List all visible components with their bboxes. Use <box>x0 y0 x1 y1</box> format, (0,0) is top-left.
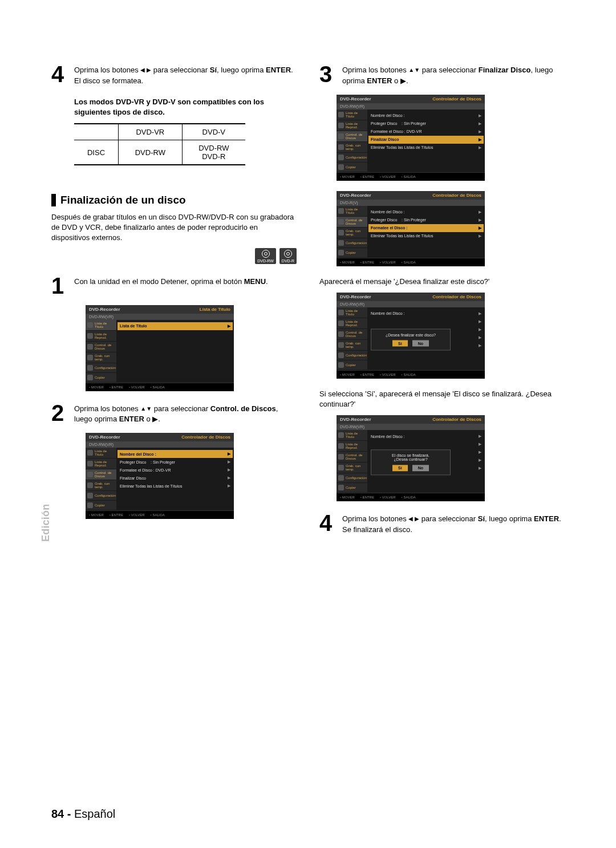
osd-titlebar: DVD-Recorder Controlador de Discos <box>337 95 485 103</box>
t: ENTER <box>119 415 144 423</box>
thumb-icon <box>338 230 344 236</box>
osd-row: Proteger Disco : Sin Proteger▶ <box>120 458 230 466</box>
t: Copiar <box>95 376 105 379</box>
t: Controlador de Discos <box>432 294 481 299</box>
osd-body: Lista de Título Lista de Reprod. Control… <box>337 109 485 172</box>
t: Lista de Título <box>200 307 230 312</box>
side-item: Configuración <box>337 351 367 360</box>
t: MOVER <box>340 373 355 376</box>
t: Grab. con temp. <box>95 354 115 361</box>
t: Lista de Reprod. <box>95 332 115 339</box>
dialog-text: ¿Desea continuar? <box>377 458 444 462</box>
t: SALIDA <box>402 373 416 376</box>
t: Proteger Disco : Sin Proteger <box>120 460 175 464</box>
osd-row: Formatee el Disco :▶ <box>368 224 484 232</box>
side-item: Copiar <box>86 501 116 510</box>
t: Controlador de Discos <box>181 435 230 440</box>
t: Oprima los botones <box>74 66 140 74</box>
t: Se finalizará el disco. <box>342 525 412 534</box>
t: ENTER <box>534 514 559 523</box>
t: Lista de Título <box>346 432 366 439</box>
t: VOLVER <box>129 386 145 389</box>
t: Control. de Discos <box>95 471 115 478</box>
t: Grab. con temp. <box>346 229 366 236</box>
osd-sidebar: Lista de Título Lista de Reprod. Control… <box>337 109 367 172</box>
side-item: Control. de Discos <box>86 469 116 480</box>
osd-row: Lista de Título▶ <box>117 322 233 330</box>
osd-row: Formatee el Disco : DVD-VR▶ <box>120 466 230 474</box>
step-number: 4 <box>51 63 74 87</box>
chevron-right-icon: ▶ <box>479 434 481 439</box>
yes-button[interactable]: Sí <box>392 340 408 346</box>
dialog-text: ¿Desea finalizar este disco? <box>377 332 444 336</box>
thumb-icon <box>338 465 344 470</box>
osd-sidebar: Lista de Título Control. de Discos Grab.… <box>337 206 367 258</box>
side-item: Copiar <box>337 360 367 370</box>
t: Grab. con temp. <box>346 464 366 471</box>
osd-titlebar: DVD-Recorder Controlador de Discos <box>337 191 485 200</box>
osd-row: Nombre del Disco :▶ <box>371 310 481 318</box>
t: Configuración <box>346 156 367 159</box>
result-message-1: Aparecerá el mensaje '¿Desea finalizar e… <box>319 277 565 287</box>
yes-button[interactable]: Sí <box>392 465 408 472</box>
heading-bar-icon <box>51 194 56 206</box>
chevron-right-icon: ▶ <box>228 468 230 472</box>
dialog-text: El disco se finalizará. <box>377 454 444 458</box>
t: DVD-Recorder <box>340 193 371 198</box>
no-button[interactable]: No <box>412 340 429 346</box>
t: . <box>266 277 268 286</box>
osd-screenshot-title-list: DVD-Recorder Lista de Título DVD-RW(VR) … <box>86 305 234 391</box>
dialog-buttons: Sí No <box>377 340 444 346</box>
osd-row: Formatee el Disco : DVD-VR▶ <box>371 128 481 136</box>
thumb-icon <box>87 375 93 380</box>
side-item: Control. de Discos <box>337 452 367 462</box>
up-down-icon: ▲▼ <box>408 67 420 73</box>
osd-row: Nombre del Disco :▶ <box>117 450 233 458</box>
t: SALIDA <box>151 513 165 517</box>
osd-main: Nombre del Disco :▶ Proteger Disco : Sin… <box>367 109 485 172</box>
t: Lista de Título <box>95 322 115 328</box>
thumb-icon <box>87 365 93 371</box>
t: VOLVER <box>380 496 396 499</box>
osd-main: Nombre del Disco :▶ Proteger Disco : Sin… <box>116 448 234 510</box>
t: MOVER <box>340 261 355 264</box>
side-item: Copiar <box>337 483 367 493</box>
side-item: Lista de Título <box>337 206 367 217</box>
t: DVD-RW <box>198 144 229 152</box>
osd-body: Lista de Título Lista de Reprod. Control… <box>86 320 234 383</box>
cell: DVD-RW DVD-R <box>182 140 245 165</box>
osd-subhead: DVD-R(V) <box>337 200 485 206</box>
side-item: Control. de Discos <box>337 131 367 142</box>
t: Eliminar Todas las Listas de Títulos <box>371 145 433 149</box>
dvd-rw-icon: DVD-RW <box>255 248 276 264</box>
thumb-icon <box>338 123 344 128</box>
t: SALIDA <box>402 175 416 178</box>
osd-main: Nombre del Disco :▶ Proteger Disco : Sin… <box>367 206 485 258</box>
chevron-right-icon: ▶ <box>479 343 481 348</box>
step-number: 4 <box>319 512 342 535</box>
osd-screenshot-dvdrv: DVD-Recorder Controlador de Discos DVD-R… <box>337 191 485 266</box>
osd-sidebar: Lista de Título Lista de Reprod. Control… <box>337 430 367 493</box>
osd-footer: MOVER ENTRE VOLVER SALIDA <box>337 172 485 181</box>
osd-body: Lista de Título Control. de Discos Grab.… <box>337 206 485 258</box>
side-item: Configuración <box>337 238 367 248</box>
t: DVD-Recorder <box>89 307 120 312</box>
chevron-right-icon: ▶ <box>479 311 481 316</box>
t: SALIDA <box>402 496 416 499</box>
no-button[interactable]: No <box>412 465 429 472</box>
chevron-right-icon: ▶ <box>479 218 481 222</box>
t: MOVER <box>340 175 355 178</box>
t: DVD-Recorder <box>340 294 371 299</box>
osd-main: Lista de Título▶ <box>116 320 234 383</box>
chevron-right-icon: ▶ <box>479 113 481 118</box>
chevron-right-icon: ▶ <box>479 129 481 134</box>
t: Lista de Título <box>95 449 115 456</box>
side-item: Grab. con temp. <box>337 142 367 153</box>
t: MOVER <box>89 386 104 389</box>
dvd-r-icon: DVD-R <box>279 248 297 264</box>
osd-sidebar: Lista de Título Lista de Reprod. Control… <box>86 320 116 383</box>
osd-body: Lista de Título Lista de Reprod. Control… <box>337 307 485 370</box>
side-item: Lista de Reprod. <box>337 441 367 452</box>
side-item: Copiar <box>337 163 367 172</box>
t: Lista de Título <box>346 309 366 316</box>
